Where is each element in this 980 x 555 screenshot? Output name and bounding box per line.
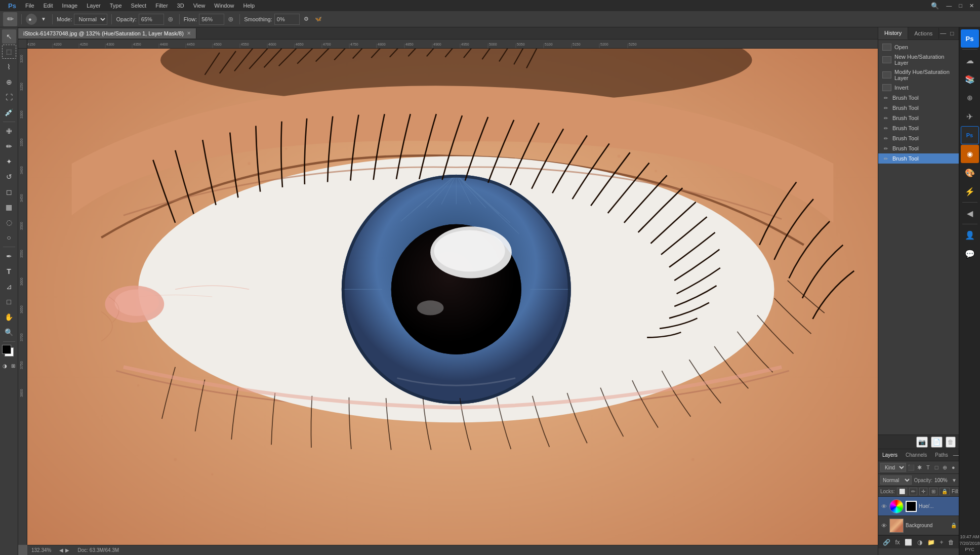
- layer-smartobj-filter[interactable]: ⊕: [942, 463, 949, 471]
- panel-minimize-btn[interactable]: —: [939, 29, 947, 38]
- layers-tab[interactable]: Layers: [878, 451, 902, 459]
- mode-select[interactable]: Normal: [74, 14, 107, 25]
- new-layer-btn[interactable]: +: [940, 539, 943, 546]
- lightning-icon[interactable]: ⚡: [961, 182, 979, 201]
- maximize-button[interactable]: □: [957, 2, 964, 10]
- zoom-tool[interactable]: 🔍: [2, 325, 16, 339]
- history-brush-tool[interactable]: ↺: [2, 170, 16, 184]
- symmetry-btn[interactable]: 🦋: [313, 15, 324, 23]
- crop-tool[interactable]: ⛶: [2, 90, 16, 104]
- layer-visibility-hue[interactable]: 👁: [880, 503, 887, 510]
- ps-cc-icon[interactable]: Ps: [961, 126, 979, 144]
- opacity-airbrush-btn[interactable]: ◎: [166, 15, 175, 23]
- ps-icon[interactable]: Ps: [961, 29, 979, 48]
- blend-mode-select[interactable]: Normal: [880, 475, 912, 485]
- lock-image-btn[interactable]: ✏: [909, 488, 917, 495]
- lock-all-btn[interactable]: 🔒: [940, 488, 950, 495]
- sidebar-collapse-btn[interactable]: ◀: [961, 204, 979, 222]
- layer-visibility-bg[interactable]: 👁: [880, 522, 887, 529]
- library-icon[interactable]: 📚: [961, 70, 979, 88]
- sidebar-users-icon[interactable]: 👤: [961, 226, 979, 244]
- main-tab[interactable]: iStock-614737048.jpg @ 132% (Hue/Saturat…: [18, 28, 196, 38]
- color-swatches[interactable]: [2, 345, 16, 359]
- history-tab[interactable]: History: [878, 27, 908, 39]
- menu-help[interactable]: Help: [239, 2, 259, 10]
- tab-close-btn[interactable]: ✕: [187, 30, 191, 36]
- history-item-modify-hue[interactable]: Modify Hue/Saturation Layer: [878, 67, 959, 83]
- menu-3d[interactable]: 3D: [173, 2, 188, 10]
- actions-tab[interactable]: Actions: [908, 28, 939, 39]
- brush-preset-picker[interactable]: ●: [26, 14, 37, 25]
- type-tool[interactable]: T: [2, 264, 16, 279]
- layer-text-filter[interactable]: T: [925, 463, 932, 471]
- brush-options-btn[interactable]: ▼: [39, 15, 48, 23]
- orange-active-icon[interactable]: ◉: [961, 145, 979, 163]
- history-item-brush-7-active[interactable]: ✏ Brush Tool: [878, 153, 959, 164]
- clone-stamp-tool[interactable]: ✦: [2, 154, 16, 169]
- close-button[interactable]: ✕: [967, 2, 976, 10]
- layers-filter-toggle[interactable]: ●: [950, 463, 957, 471]
- layer-shape-filter[interactable]: □: [933, 463, 940, 471]
- channels-tab[interactable]: Channels: [902, 451, 931, 459]
- smoothing-input[interactable]: [274, 14, 300, 25]
- eraser-tool[interactable]: ◻: [2, 185, 16, 199]
- telegram-icon[interactable]: ✈: [961, 107, 979, 126]
- search-button[interactable]: 🔍: [929, 1, 941, 11]
- history-item-new-hue[interactable]: New Hue/Saturation Layer: [878, 52, 959, 67]
- cloud-icon[interactable]: ☁: [961, 51, 979, 69]
- dodge-tool[interactable]: ○: [2, 230, 16, 245]
- menu-file[interactable]: File: [21, 2, 38, 10]
- opacity-arrow[interactable]: ▼: [952, 478, 957, 483]
- eyedropper-tool[interactable]: 💉: [2, 105, 16, 120]
- paths-tab[interactable]: Paths: [931, 451, 952, 459]
- nav-prev[interactable]: ◀: [59, 547, 63, 553]
- swatches-icon[interactable]: 🎨: [961, 164, 979, 182]
- move-tool[interactable]: ↖: [2, 29, 16, 44]
- screen-mode-btn[interactable]: ⊞: [10, 362, 17, 369]
- history-item-brush-3[interactable]: ✏ Brush Tool: [878, 113, 959, 123]
- healing-brush-tool[interactable]: ✙: [2, 124, 16, 138]
- lock-position-btn[interactable]: ✛: [919, 488, 927, 495]
- layer-link-btn[interactable]: 🔗: [883, 539, 890, 546]
- layers-filter-select[interactable]: Kind: [880, 463, 906, 472]
- menu-select[interactable]: Select: [127, 2, 151, 10]
- menu-type[interactable]: Type: [106, 2, 126, 10]
- delete-layer-btn[interactable]: 🗑: [948, 539, 954, 546]
- quick-select-tool[interactable]: ⊕: [2, 75, 16, 89]
- history-item-brush-6[interactable]: ✏ Brush Tool: [878, 143, 959, 153]
- menu-window[interactable]: Window: [210, 2, 238, 10]
- delete-state-btn[interactable]: 🗑: [946, 437, 956, 448]
- layer-hue-saturation[interactable]: 👁 Hue/...: [878, 497, 959, 516]
- layer-adj-btn[interactable]: ◑: [917, 539, 922, 546]
- history-item-brush-1[interactable]: ✏ Brush Tool: [878, 93, 959, 103]
- gradient-tool[interactable]: ▦: [2, 200, 16, 214]
- lasso-tool[interactable]: ⌇: [2, 60, 16, 74]
- panel-maximize-btn[interactable]: □: [949, 29, 955, 38]
- sidebar-msg-icon[interactable]: 💬: [961, 245, 979, 263]
- menu-edit[interactable]: Edit: [39, 2, 57, 10]
- history-item-brush-4[interactable]: ✏ Brush Tool: [878, 123, 959, 133]
- marquee-tool[interactable]: ⬚: [2, 45, 16, 59]
- pen-tool[interactable]: ✒: [2, 249, 16, 263]
- layer-adj-filter[interactable]: ✱: [916, 463, 923, 471]
- menu-image[interactable]: Image: [58, 2, 82, 10]
- opacity-input[interactable]: [139, 14, 164, 25]
- layer-mask-btn[interactable]: ⬜: [905, 539, 912, 546]
- minimize-button[interactable]: —: [944, 2, 954, 10]
- history-item-brush-5[interactable]: ✏ Brush Tool: [878, 133, 959, 143]
- chrome-icon[interactable]: ⊕: [961, 89, 979, 107]
- ps-logo[interactable]: Ps: [4, 1, 20, 11]
- blur-tool[interactable]: ◌: [2, 215, 16, 229]
- lock-transparent-btn[interactable]: ⬜: [897, 488, 907, 495]
- flow-icon[interactable]: ◎: [226, 15, 235, 23]
- nav-next[interactable]: ▶: [65, 547, 69, 553]
- layer-fx-btn[interactable]: fx: [895, 539, 900, 546]
- menu-view[interactable]: View: [189, 2, 210, 10]
- history-item-open[interactable]: Open: [878, 42, 959, 52]
- layer-pixel-filter[interactable]: ⬛: [908, 463, 915, 471]
- smoothing-settings-btn[interactable]: ⚙: [302, 15, 311, 23]
- history-item-brush-2[interactable]: ✏ Brush Tool: [878, 103, 959, 113]
- flow-input[interactable]: [199, 14, 224, 25]
- create-doc-btn[interactable]: 📄: [931, 437, 943, 448]
- lock-artboard-btn[interactable]: ⊞: [929, 488, 937, 495]
